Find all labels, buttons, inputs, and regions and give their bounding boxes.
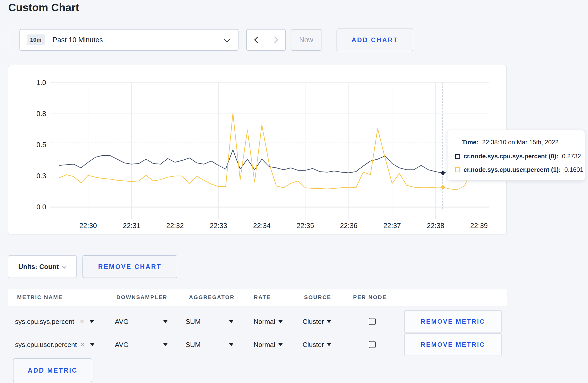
metric-name-label: sys.cpu.sys.percent — [15, 318, 74, 326]
now-button[interactable]: Now — [291, 29, 321, 51]
toolbar-left-rule — [8, 29, 8, 51]
add-metric-button[interactable]: ADD METRIC — [13, 358, 92, 382]
rate-value: Normal — [254, 318, 275, 326]
x-tick-label: 22:39 — [470, 222, 488, 230]
metric-row: sys.cpu.user.percent × AVG SUM Normal Cl… — [8, 332, 507, 357]
caret-down-icon — [163, 343, 167, 346]
col-header-metric-name: METRIC NAME — [17, 294, 63, 300]
y-tick-label: 1.0 — [36, 79, 46, 87]
source-select[interactable]: Cluster — [303, 332, 331, 357]
rate-select[interactable]: Normal — [254, 309, 283, 334]
next-time-button[interactable] — [266, 30, 285, 50]
y-tick-label: 0.3 — [36, 172, 46, 180]
downsampler-caret[interactable] — [163, 309, 167, 334]
caret-down-icon — [90, 320, 94, 323]
rate-select[interactable]: Normal — [254, 332, 283, 357]
series-line-1 — [59, 113, 479, 190]
caret-down-icon — [90, 343, 94, 346]
per-node-checkbox[interactable] — [369, 341, 376, 348]
x-tick-label: 22:33 — [210, 222, 227, 230]
x-tick-label: 22:36 — [340, 222, 358, 230]
tooltip-time-row: Time: 22:38:10 on Mar 15th, 2022 — [462, 139, 558, 146]
hover-dot-0 — [441, 171, 445, 175]
page-title: Custom Chart — [8, 2, 79, 14]
tooltip-time-label: Time: — [462, 139, 479, 146]
col-header-per-node: PER NODE — [353, 294, 387, 300]
metrics-table-header: METRIC NAME DOWNSAMPLER AGGREGATOR RATE … — [8, 289, 507, 306]
caret-down-icon — [327, 320, 331, 323]
col-header-rate: RATE — [254, 294, 271, 300]
prev-time-button[interactable] — [247, 30, 266, 50]
sys-series-swatch-icon — [455, 154, 460, 159]
chevron-down-icon — [62, 264, 67, 268]
tooltip-series-value: 0.1601 — [564, 166, 583, 173]
downsampler-select[interactable]: AVG — [115, 309, 129, 334]
units-dropdown[interactable]: Units: Count — [8, 255, 77, 278]
downsampler-value: AVG — [115, 318, 129, 326]
aggregator-value: SUM — [186, 318, 201, 326]
user-series-swatch-icon — [455, 167, 460, 172]
metric-row: sys.cpu.sys.percent × AVG SUM Normal Clu… — [8, 309, 507, 334]
time-range-dropdown[interactable]: 10m Past 10 Minutes — [19, 29, 239, 51]
tooltip-series-label: cr.node.sys.cpu.sys.percent (0): — [464, 153, 558, 160]
caret-down-icon — [327, 343, 331, 346]
caret-down-icon — [163, 320, 167, 323]
downsampler-value: AVG — [115, 341, 129, 349]
time-range-label: Past 10 Minutes — [53, 36, 103, 44]
series-line-0 — [59, 150, 479, 173]
tooltip-series-row: cr.node.sys.cpu.sys.percent (0): 0.2732 — [455, 153, 581, 160]
caret-down-icon — [278, 320, 283, 323]
tooltip-time-value: 22:38:10 on Mar 15th, 2022 — [482, 139, 559, 146]
source-value: Cluster — [303, 341, 324, 349]
add-chart-button[interactable]: ADD CHART — [337, 29, 413, 51]
rate-value: Normal — [254, 341, 275, 349]
source-value: Cluster — [303, 318, 324, 326]
source-select[interactable]: Cluster — [303, 309, 331, 334]
x-tick-label: 22:32 — [166, 222, 184, 230]
remove-metric-button[interactable]: REMOVE METRIC — [404, 310, 502, 333]
y-tick-label: 0.5 — [36, 141, 46, 149]
chevron-down-icon — [224, 36, 230, 42]
clear-metric-icon[interactable]: × — [80, 318, 84, 326]
chart-card: 0.00.30.50.81.022:3022:3122:3222:3322:34… — [8, 65, 507, 235]
caret-down-icon — [229, 320, 233, 323]
tooltip-series-value: 0.2732 — [562, 153, 581, 160]
line-chart[interactable]: 0.00.30.50.81.022:3022:3122:3222:3322:34… — [8, 65, 507, 235]
x-tick-label: 22:30 — [79, 222, 97, 230]
remove-chart-button[interactable]: REMOVE CHART — [82, 255, 177, 278]
x-tick-label: 22:35 — [297, 222, 314, 230]
y-tick-label: 0.0 — [36, 203, 46, 211]
caret-down-icon — [229, 343, 233, 346]
col-header-source: SOURCE — [304, 294, 331, 300]
col-header-aggregator: AGGREGATOR — [189, 294, 235, 300]
time-pager — [246, 29, 286, 51]
chevron-right-icon — [271, 37, 278, 43]
aggregator-select[interactable]: SUM — [186, 332, 201, 357]
downsampler-caret[interactable] — [163, 332, 167, 357]
metric-name-dropdown[interactable]: sys.cpu.user.percent × — [15, 332, 94, 357]
tooltip-series-label: cr.node.sys.cpu.user.percent (1): — [464, 166, 561, 173]
x-tick-label: 22:31 — [123, 222, 141, 230]
per-node-checkbox[interactable] — [369, 318, 376, 325]
x-tick-label: 22:37 — [383, 222, 401, 230]
chevron-left-icon — [254, 37, 261, 43]
chart-tooltip: Time: 22:38:10 on Mar 15th, 2022 cr.node… — [447, 130, 585, 181]
downsampler-select[interactable]: AVG — [115, 332, 129, 357]
aggregator-caret[interactable] — [229, 332, 233, 357]
aggregator-caret[interactable] — [229, 309, 233, 334]
aggregator-value: SUM — [186, 341, 201, 349]
hover-dot-1 — [441, 185, 445, 189]
y-tick-label: 0.8 — [36, 110, 46, 118]
units-label: Units: Count — [18, 263, 59, 271]
clear-metric-icon[interactable]: × — [80, 341, 85, 349]
x-tick-label: 22:34 — [253, 222, 271, 230]
metric-name-dropdown[interactable]: sys.cpu.sys.percent × — [15, 309, 94, 334]
x-tick-label: 22:38 — [427, 222, 444, 230]
col-header-downsampler: DOWNSAMPLER — [116, 294, 167, 300]
time-range-badge: 10m — [27, 34, 45, 45]
remove-metric-button[interactable]: REMOVE METRIC — [404, 333, 502, 356]
caret-down-icon — [278, 343, 283, 346]
aggregator-select[interactable]: SUM — [186, 309, 201, 334]
tooltip-series-row: cr.node.sys.cpu.user.percent (1): 0.1601 — [455, 166, 583, 173]
metric-name-label: sys.cpu.user.percent — [15, 341, 77, 349]
